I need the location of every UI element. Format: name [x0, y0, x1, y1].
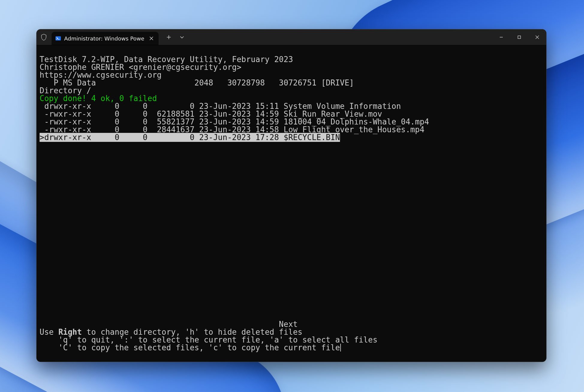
titlebar-left: Administrator: Windows Powe [37, 29, 189, 45]
tab-actions [162, 29, 189, 45]
chevron-down-icon [180, 35, 184, 39]
file-list: drwxr-xr-x 0 0 0 23-Jun-2023 15:11 Syste… [40, 102, 544, 141]
help-block: Next Use Right to change directory, 'h' … [40, 313, 543, 359]
window-controls [492, 29, 546, 45]
minimize-button[interactable] [492, 29, 510, 45]
tab-title: Administrator: Windows Powe [64, 35, 144, 42]
titlebar[interactable]: Administrator: Windows Powe [37, 29, 546, 45]
new-tab-button[interactable] [162, 29, 175, 45]
maximize-icon [517, 35, 521, 39]
minimize-icon [499, 35, 503, 39]
close-window-button[interactable] [528, 29, 546, 45]
maximize-button[interactable] [510, 29, 528, 45]
shield-icon [38, 29, 50, 45]
plus-icon [166, 35, 171, 40]
powershell-icon [55, 35, 61, 41]
help-line: 'C' to copy the selected files, 'c' to c… [40, 343, 341, 352]
tab-active[interactable]: Administrator: Windows Powe [52, 32, 159, 45]
close-icon [149, 36, 153, 40]
titlebar-spacer[interactable] [189, 29, 492, 45]
close-icon [535, 35, 539, 39]
terminal-content[interactable]: TestDisk 7.2-WIP, Data Recovery Utility,… [37, 45, 546, 362]
file-row-selected[interactable]: >drwxr-xr-x 0 0 0 23-Jun-2023 17:28 $REC… [40, 133, 340, 142]
tab-dropdown-button[interactable] [175, 29, 189, 45]
svg-rect-1 [518, 36, 521, 39]
svg-rect-0 [55, 36, 61, 40]
text-caret [340, 344, 341, 352]
tab-close-button[interactable] [147, 34, 156, 43]
terminal-window: Administrator: Windows Powe [36, 29, 547, 362]
